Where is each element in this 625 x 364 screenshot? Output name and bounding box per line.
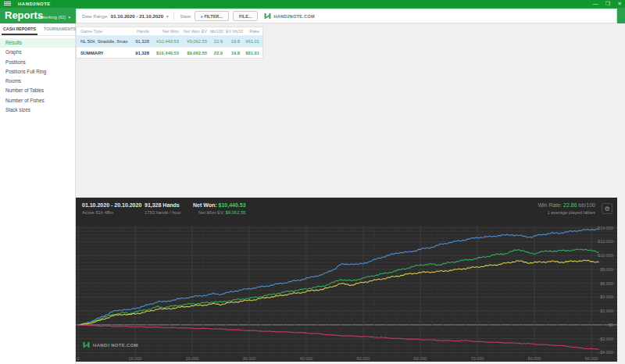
chart-hands: 91,328 Hands <box>145 202 181 208</box>
toolbar: Date Range: 01.10.2020 - 21.10.2020 ▾ St… <box>76 9 617 23</box>
y-axis-tick: $6,000 <box>600 281 613 286</box>
x-axis-tick: 70,000 <box>466 356 489 361</box>
filter-button[interactable]: + FILTER... <box>195 11 229 21</box>
chart-hands-per-hour: 1763 hands / hour <box>145 210 181 215</box>
file-button[interactable]: FILE... <box>233 11 259 21</box>
col-ev-bb100: EV bb/100 <box>226 29 243 34</box>
watermark-text-suffix: NOTE.COM <box>111 343 138 348</box>
win-rate-value: 22.86 <box>563 202 577 208</box>
net-won-ev-value: $9,062.55 <box>226 210 246 215</box>
date-range-label: Date Range: <box>82 14 109 19</box>
active-tab-underline <box>2 34 38 35</box>
cell-net-won: $10,440.53 <box>152 51 182 55</box>
col-hands: Hands <box>128 29 152 34</box>
sidebar-item-number-of-fishes[interactable]: Number of Fishes <box>0 96 75 105</box>
chart-plot <box>76 226 617 355</box>
sidebar-item-rooms[interactable]: Rooms <box>0 77 75 86</box>
y-axis-tick: -$2,000 <box>598 337 613 341</box>
chart-panel: 01.10.2020 - 20.10.2020 Active 51h 48m 9… <box>76 198 617 362</box>
sidebar-item-results[interactable]: Results <box>0 38 75 48</box>
sidebar-item-graphs[interactable]: Graphs <box>0 48 75 57</box>
hand2note-brand: HAND2NOTE.COM <box>264 12 315 20</box>
win-rate-unit: bb/100 <box>579 202 595 208</box>
x-axis-tick: 40,000 <box>295 356 318 361</box>
app-window: HAND2NOTE — ❐ ✕ Reports pokerking (62) ▾… <box>0 0 625 364</box>
chart-watermark: HAND2NOTE.COM <box>83 341 138 348</box>
y-axis-tick: -$4,000 <box>598 350 613 355</box>
chart-date-block: 01.10.2020 - 20.10.2020 Active 51h 48m <box>82 202 141 215</box>
x-axis-tick: 10,000 <box>123 356 147 361</box>
cell-bb100: 22.9 <box>210 39 226 44</box>
x-axis-tick: 30,000 <box>238 356 261 361</box>
brand-text: HAND <box>273 14 287 19</box>
cell-hands: 91,328 <box>128 51 152 55</box>
window-controls: — ❐ ✕ <box>593 0 622 8</box>
hand2note-logo-icon <box>83 341 90 348</box>
col-net-won: Net Won <box>152 29 182 34</box>
date-range-select[interactable]: 01.10.2020 - 21.10.2020 ▾ <box>111 13 169 19</box>
account-selector[interactable]: pokerking (62) ▾ <box>38 15 70 20</box>
date-range-value: 01.10.2020 - 21.10.2020 <box>111 13 163 19</box>
col-rake: Rake <box>243 29 262 34</box>
page-title: Reports <box>5 9 43 21</box>
sidebar-item-number-of-tables[interactable]: Number of Tables <box>0 86 75 95</box>
y-axis-tick: $12,000 <box>598 239 613 244</box>
titlebar: HAND2NOTE — ❐ ✕ <box>0 0 625 8</box>
chart-active-time: Active 51h 48m <box>82 210 141 215</box>
y-axis-tick: $14,000 <box>598 226 613 230</box>
close-button[interactable]: ✕ <box>617 0 622 8</box>
hand2note-logo-icon <box>264 12 271 20</box>
col-game-type: Game Type <box>77 29 128 34</box>
tab-cash-reports[interactable]: CASH REPORTS <box>3 27 36 31</box>
col-net-won-ev: Net Won EV <box>182 29 210 34</box>
table-row-summary[interactable]: SUMMARY 91,328 $10,440.53 $9,062.55 22.9… <box>77 47 262 58</box>
y-axis-tick: $0 <box>609 323 613 327</box>
cell-net-won-ev: ¥9,062.55 <box>182 39 210 44</box>
chart-date-range: 01.10.2020 - 20.10.2020 <box>82 202 141 208</box>
cell-game-type: NL 50¥, Straddle, 6max <box>77 39 128 44</box>
tab-tournaments[interactable]: TOURNAMENTS <box>44 27 76 31</box>
sidebar-item-positions[interactable]: Positions <box>0 58 75 67</box>
cell-net-won: ¥10,440.53 <box>152 39 182 44</box>
account-name: pokerking (62) <box>38 15 66 20</box>
results-table: Game Type Hands Net Won Net Won EV bb/10… <box>76 27 263 59</box>
cell-net-won-ev: $9,062.55 <box>182 51 210 55</box>
sidebar-tabs: CASH REPORTS TOURNAMENTS <box>0 23 75 36</box>
brand-text-suffix: NOTE.COM <box>290 14 315 19</box>
minimize-button[interactable]: — <box>593 0 598 8</box>
sidebar-item-stack-sizes[interactable]: Stack sizes <box>0 105 75 115</box>
net-won-value: $10,440.53 <box>219 202 246 208</box>
app-title: HAND2NOTE <box>18 2 51 6</box>
cell-ev-bb100: 19.8 <box>226 39 243 44</box>
cell-hands: 91,328 <box>128 39 152 44</box>
toolbar-divider <box>173 12 174 20</box>
net-won-label: Net Won: <box>193 202 217 208</box>
chart-winrate-block: Win Rate: 22.86 bb/100 1 average played … <box>538 202 595 215</box>
hamburger-menu-icon[interactable] <box>4 2 11 6</box>
table-row-game[interactable]: NL 50¥, Straddle, 6max 91,328 ¥10,440.53… <box>77 36 262 47</box>
chart-line-showdown-winnings <box>78 229 599 325</box>
x-axis-tick: 90,000 <box>580 356 603 361</box>
net-won-ev-label: Net Won EV: <box>198 210 224 215</box>
stats-label: Stats: <box>180 14 191 19</box>
chevron-down-icon: ▾ <box>166 14 169 19</box>
gear-icon[interactable]: ⚙ <box>602 203 612 214</box>
x-axis-tick: 60,000 <box>409 356 432 361</box>
chevron-down-icon: ▾ <box>69 15 71 20</box>
tables-info: 1 average played tables <box>538 210 595 215</box>
watermark-text-2: 2 <box>108 343 111 348</box>
sidebar-menu: Results Graphs Positions Positions Full … <box>0 36 75 115</box>
cell-bb100: 22.9 <box>210 51 226 55</box>
x-axis-tick: 20,000 <box>180 356 204 361</box>
x-axis-tick: 80,000 <box>523 356 546 361</box>
cell-summary-label: SUMMARY <box>77 51 128 55</box>
y-axis-tick: $2,000 <box>600 309 613 313</box>
chart-header: 01.10.2020 - 20.10.2020 Active 51h 48m 9… <box>76 198 617 226</box>
chart-hands-block: 91,328 Hands 1763 hands / hour <box>145 202 181 215</box>
win-rate-label: Win Rate: <box>538 202 562 208</box>
maximize-button[interactable]: ❐ <box>605 0 610 8</box>
chart-networn-block: Net Won: $10,440.53 Net Won EV: $9,062.5… <box>193 202 246 215</box>
y-axis-tick: $10,000 <box>598 253 613 258</box>
sidebar-item-positions-full-ring[interactable]: Positions Full Ring <box>0 67 75 77</box>
y-axis-tick: $8,000 <box>600 267 613 272</box>
